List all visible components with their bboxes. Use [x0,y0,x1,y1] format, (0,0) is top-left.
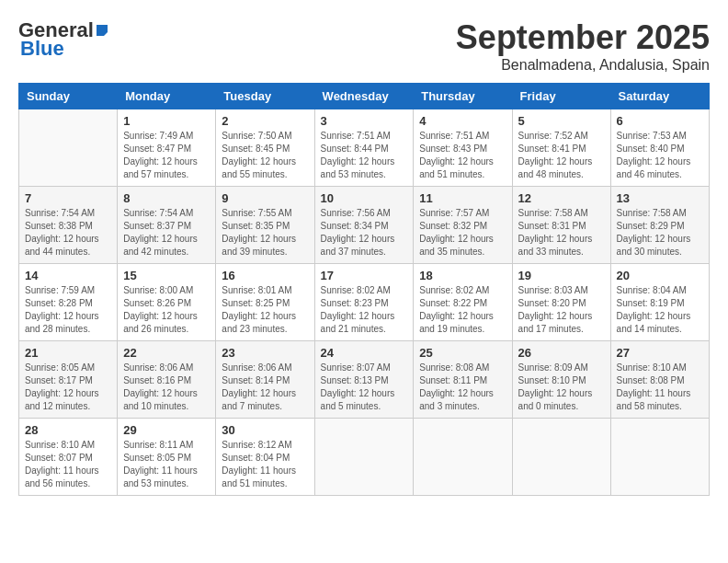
day-detail: Sunrise: 7:59 AM Sunset: 8:28 PM Dayligh… [25,284,111,336]
calendar-week-row: 28Sunrise: 8:10 AM Sunset: 8:07 PM Dayli… [19,419,710,496]
day-number: 1 [123,114,210,128]
calendar-cell: 23Sunrise: 8:06 AM Sunset: 8:14 PM Dayli… [216,341,314,419]
calendar-cell: 5Sunrise: 7:52 AM Sunset: 8:41 PM Daylig… [512,109,610,187]
calendar-cell: 18Sunrise: 8:02 AM Sunset: 8:22 PM Dayli… [414,264,512,341]
header-friday: Friday [512,84,610,109]
day-detail: Sunrise: 8:11 AM Sunset: 8:05 PM Dayligh… [123,439,210,490]
calendar-cell: 6Sunrise: 7:53 AM Sunset: 8:40 PM Daylig… [610,109,709,187]
header-tuesday: Tuesday [216,84,314,109]
calendar-cell: 22Sunrise: 8:06 AM Sunset: 8:16 PM Dayli… [118,341,216,419]
day-detail: Sunrise: 8:07 AM Sunset: 8:13 PM Dayligh… [321,362,408,413]
calendar-cell: 13Sunrise: 7:58 AM Sunset: 8:29 PM Dayli… [610,187,709,264]
calendar-cell: 9Sunrise: 7:55 AM Sunset: 8:35 PM Daylig… [216,187,314,264]
day-detail: Sunrise: 8:10 AM Sunset: 8:07 PM Dayligh… [25,439,111,490]
calendar-cell: 14Sunrise: 7:59 AM Sunset: 8:28 PM Dayli… [19,264,118,341]
month-title: September 2025 [456,18,710,57]
calendar-cell: 30Sunrise: 8:12 AM Sunset: 8:04 PM Dayli… [216,419,314,496]
day-number: 25 [419,346,506,360]
day-detail: Sunrise: 8:12 AM Sunset: 8:04 PM Dayligh… [222,439,308,490]
day-detail: Sunrise: 8:10 AM Sunset: 8:08 PM Dayligh… [617,362,703,413]
header-saturday: Saturday [610,84,709,109]
header-monday: Monday [118,84,216,109]
day-number: 7 [25,191,111,205]
day-number: 24 [321,346,408,360]
page-header: General Blue September 2025 Benalmadena,… [18,18,710,74]
calendar-cell: 29Sunrise: 8:11 AM Sunset: 8:05 PM Dayli… [118,419,216,496]
calendar-cell: 24Sunrise: 8:07 AM Sunset: 8:13 PM Dayli… [314,341,414,419]
day-number: 16 [222,269,308,282]
day-detail: Sunrise: 8:06 AM Sunset: 8:16 PM Dayligh… [123,362,210,413]
calendar-week-row: 14Sunrise: 7:59 AM Sunset: 8:28 PM Dayli… [19,264,710,341]
day-detail: Sunrise: 7:58 AM Sunset: 8:31 PM Dayligh… [518,207,605,259]
day-detail: Sunrise: 7:56 AM Sunset: 8:34 PM Dayligh… [321,207,408,259]
day-number: 8 [123,191,210,205]
day-number: 2 [222,114,308,128]
day-detail: Sunrise: 8:08 AM Sunset: 8:11 PM Dayligh… [419,362,506,413]
header-sunday: Sunday [19,84,118,109]
day-detail: Sunrise: 7:53 AM Sunset: 8:40 PM Dayligh… [617,130,703,181]
day-number: 19 [518,269,605,282]
day-number: 30 [222,423,308,437]
calendar-cell [19,109,118,187]
calendar-header-row: SundayMondayTuesdayWednesdayThursdayFrid… [19,84,710,109]
logo: General Blue [18,18,110,61]
calendar-cell [610,419,709,496]
calendar-cell: 20Sunrise: 8:04 AM Sunset: 8:19 PM Dayli… [610,264,709,341]
calendar-cell: 28Sunrise: 8:10 AM Sunset: 8:07 PM Dayli… [19,419,118,496]
day-number: 23 [222,346,308,360]
calendar-cell: 15Sunrise: 8:00 AM Sunset: 8:26 PM Dayli… [118,264,216,341]
calendar-week-row: 1Sunrise: 7:49 AM Sunset: 8:47 PM Daylig… [19,109,710,187]
calendar-cell [414,419,512,496]
day-number: 13 [617,191,703,205]
calendar-cell: 7Sunrise: 7:54 AM Sunset: 8:38 PM Daylig… [19,187,118,264]
day-detail: Sunrise: 8:04 AM Sunset: 8:19 PM Dayligh… [617,284,703,336]
logo-blue-text: Blue [20,37,64,61]
day-number: 17 [321,269,408,282]
day-number: 26 [518,346,605,360]
day-number: 15 [123,269,210,282]
calendar-table: SundayMondayTuesdayWednesdayThursdayFrid… [18,83,710,496]
day-number: 5 [518,114,605,128]
day-detail: Sunrise: 7:49 AM Sunset: 8:47 PM Dayligh… [123,130,210,181]
day-detail: Sunrise: 7:54 AM Sunset: 8:37 PM Dayligh… [123,207,210,259]
calendar-cell: 4Sunrise: 7:51 AM Sunset: 8:43 PM Daylig… [414,109,512,187]
title-block: September 2025 Benalmadena, Andalusia, S… [456,18,710,74]
header-wednesday: Wednesday [314,84,414,109]
day-detail: Sunrise: 7:50 AM Sunset: 8:45 PM Dayligh… [222,130,308,181]
day-number: 12 [518,191,605,205]
day-detail: Sunrise: 8:02 AM Sunset: 8:23 PM Dayligh… [321,284,408,336]
day-number: 11 [419,191,506,205]
calendar-cell: 12Sunrise: 7:58 AM Sunset: 8:31 PM Dayli… [512,187,610,264]
calendar-cell: 2Sunrise: 7:50 AM Sunset: 8:45 PM Daylig… [216,109,314,187]
day-number: 20 [617,269,703,282]
day-detail: Sunrise: 7:54 AM Sunset: 8:38 PM Dayligh… [25,207,111,259]
day-detail: Sunrise: 8:02 AM Sunset: 8:22 PM Dayligh… [419,284,506,336]
logo-icon [95,23,109,38]
day-number: 27 [617,346,703,360]
day-detail: Sunrise: 8:05 AM Sunset: 8:17 PM Dayligh… [25,362,111,413]
calendar-cell: 17Sunrise: 8:02 AM Sunset: 8:23 PM Dayli… [314,264,414,341]
day-detail: Sunrise: 8:01 AM Sunset: 8:25 PM Dayligh… [222,284,308,336]
calendar-cell [512,419,610,496]
day-detail: Sunrise: 7:55 AM Sunset: 8:35 PM Dayligh… [222,207,308,259]
calendar-cell [314,419,414,496]
day-detail: Sunrise: 7:51 AM Sunset: 8:44 PM Dayligh… [321,130,408,181]
day-detail: Sunrise: 7:58 AM Sunset: 8:29 PM Dayligh… [617,207,703,259]
day-number: 29 [123,423,210,437]
day-detail: Sunrise: 8:03 AM Sunset: 8:20 PM Dayligh… [518,284,605,336]
day-detail: Sunrise: 8:00 AM Sunset: 8:26 PM Dayligh… [123,284,210,336]
header-thursday: Thursday [414,84,512,109]
svg-marker-0 [97,25,108,36]
day-detail: Sunrise: 7:51 AM Sunset: 8:43 PM Dayligh… [419,130,506,181]
day-number: 9 [222,191,308,205]
day-number: 28 [25,423,111,437]
day-number: 4 [419,114,506,128]
day-detail: Sunrise: 7:52 AM Sunset: 8:41 PM Dayligh… [518,130,605,181]
calendar-cell: 16Sunrise: 8:01 AM Sunset: 8:25 PM Dayli… [216,264,314,341]
day-number: 10 [321,191,408,205]
calendar-cell: 11Sunrise: 7:57 AM Sunset: 8:32 PM Dayli… [414,187,512,264]
calendar-week-row: 21Sunrise: 8:05 AM Sunset: 8:17 PM Dayli… [19,341,710,419]
calendar-cell: 8Sunrise: 7:54 AM Sunset: 8:37 PM Daylig… [118,187,216,264]
day-detail: Sunrise: 7:57 AM Sunset: 8:32 PM Dayligh… [419,207,506,259]
day-number: 22 [123,346,210,360]
